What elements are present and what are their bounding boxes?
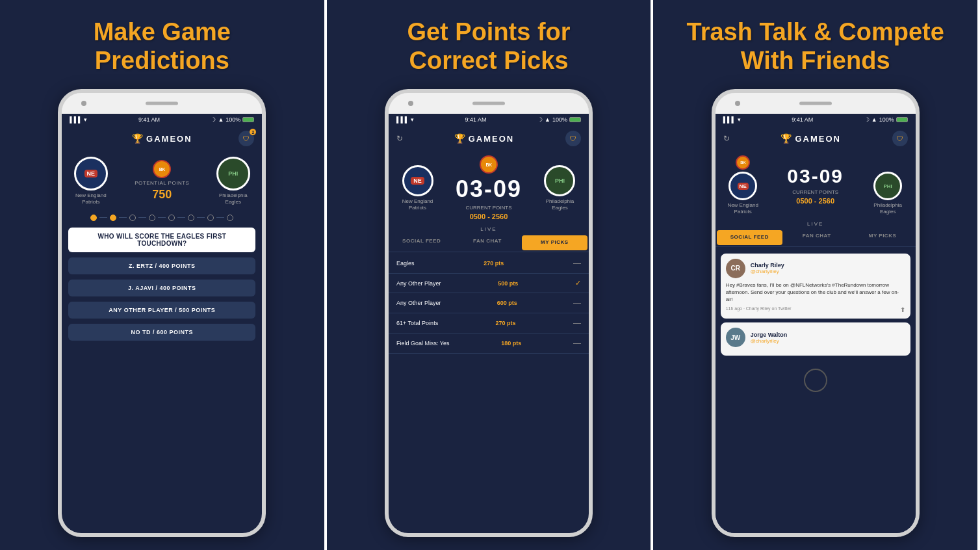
post-1: CR Charly Riley @charlyriley Hey #Braves…	[721, 254, 910, 319]
battery-icon-1	[242, 117, 254, 122]
status-time-3: 9:41 AM	[792, 116, 813, 123]
app-logo-1: 🏆 GAMEON	[132, 133, 192, 144]
status-time-2: 9:41 AM	[465, 116, 487, 123]
screen-3: ↻ 🏆 GAMEON 🛡 BK NE New England Patriots	[716, 125, 916, 533]
dots-line-4	[158, 217, 166, 218]
post-2-name: Jorge Walton	[751, 332, 788, 338]
battery-icon-3	[896, 117, 908, 122]
post-2-handle: @charlyriley	[751, 338, 788, 344]
battery-text-2: 100%	[552, 116, 567, 123]
dot-4[interactable]	[149, 215, 155, 221]
tab-my-picks-3[interactable]: MY PICKS	[849, 229, 915, 246]
status-battery-1: ☽ ▲ 100%	[211, 116, 254, 123]
pick-label-1: Eagles	[396, 260, 415, 267]
share-icon-1[interactable]: ⬆	[900, 306, 905, 313]
pick-label-3: Any Other Player	[396, 300, 441, 306]
score-2: 03-09	[456, 176, 522, 203]
picks-list-2: Eagles 270 pts — Any Other Player 500 pt…	[389, 254, 589, 533]
tab-fan-chat-3[interactable]: FAN CHAT	[784, 229, 849, 246]
trophy-icon-2: 🏆	[454, 133, 465, 144]
social-feed-3: CR Charly Riley @charlyriley Hey #Braves…	[716, 248, 916, 533]
team2-circle-1: PHI	[216, 157, 250, 190]
team2-circle-2: PHI	[544, 165, 575, 196]
phone-top-bar-1	[62, 93, 262, 114]
status-signal-3: ▌▌▌ ▾	[723, 116, 741, 123]
panel2-title: Get Points forCorrect Picks	[407, 18, 570, 75]
notification-icon-2[interactable]: 🛡	[565, 131, 581, 146]
phone-camera-3	[735, 101, 740, 106]
tabs-bar-2: SOCIAL FEED FAN CHAT MY PICKS	[389, 234, 589, 252]
status-signal-2: ▌▌▌ ▾	[396, 116, 414, 123]
matchup-section-2: NE New England Patriots BK 03-09 CURRENT…	[389, 151, 589, 224]
phone-speaker-2	[472, 102, 505, 105]
answer-3[interactable]: ANY OTHER PLAYER / 500 POINTS	[68, 302, 255, 319]
tab-social-feed-2[interactable]: SOCIAL FEED	[389, 234, 454, 252]
refresh-icon-2[interactable]: ↻	[396, 134, 403, 143]
question-card-1: WHO WILL SCORE THE EAGLES FIRST TOUCHDOW…	[68, 228, 255, 252]
points-value-1: 750	[152, 188, 172, 202]
dots-line-2	[119, 217, 127, 218]
app-header-2: ↻ 🏆 GAMEON 🛡	[389, 125, 589, 151]
tab-my-picks-2[interactable]: MY PICKS	[522, 235, 587, 250]
team2-name-3: Philadelphia Eagles	[867, 202, 909, 215]
notification-icon-1[interactable]: 🛡 2	[239, 131, 254, 146]
dot-3[interactable]	[129, 215, 136, 221]
phone-1: ▌▌▌ ▾ 9:41 AM ☽ ▲ 100% 🏆 GAMEON 🛡	[58, 89, 266, 537]
notification-badge-1: 2	[250, 129, 256, 135]
current-pts-value-3: 0500 - 2560	[796, 197, 834, 205]
post-1-body: Hey #Braves fans, I'll be on @NFLNetwork…	[726, 282, 905, 304]
pick-row-3: Any Other Player 600 pts —	[389, 293, 589, 313]
status-battery-3: ☽ ▲ 100%	[864, 116, 908, 123]
refresh-icon-3[interactable]: ↻	[723, 134, 730, 143]
shield-icon-3: 🛡	[897, 135, 903, 142]
team1-circle-1: NE	[74, 157, 108, 190]
tab-fan-chat-2[interactable]: FAN CHAT	[454, 234, 520, 252]
pick-row-1: Eagles 270 pts —	[389, 254, 589, 274]
tab-social-feed-3[interactable]: SOCIAL FEED	[717, 230, 782, 245]
tabs-bar-3: SOCIAL FEED FAN CHAT MY PICKS	[716, 229, 916, 247]
pick-row-5: Field Goal Miss: Yes 180 pts —	[389, 334, 589, 354]
signal-bars-3: ▌▌▌	[723, 116, 736, 123]
dot-1-active[interactable]	[90, 215, 97, 221]
post-2-info: Jorge Walton @charlyriley	[751, 332, 788, 344]
pick-pts-4: 270 pts	[496, 320, 516, 326]
panel1-title: Make GamePredictions	[94, 18, 231, 75]
home-button-area	[716, 369, 916, 392]
dot-5[interactable]	[168, 215, 175, 221]
answer-4[interactable]: NO TD / 600 POINTS	[68, 324, 255, 341]
dots-line-6	[197, 217, 205, 218]
current-pts-label-2: CURRENT POINTS	[466, 205, 512, 211]
pick-row-4: 61+ Total Points 270 pts —	[389, 313, 589, 334]
phone-top-bar-3	[716, 93, 916, 114]
dots-line-5	[177, 217, 185, 218]
app-header-1: 🏆 GAMEON 🛡 2	[62, 125, 262, 151]
post-2: JW Jorge Walton @charlyriley	[721, 322, 910, 356]
current-pts-value-2: 0500 - 2560	[470, 213, 508, 220]
answer-1[interactable]: Z. ERTZ / 400 POINTS	[68, 257, 255, 274]
signal-bars-1: ▌▌▌	[70, 116, 82, 123]
team1-name-1: New England Patriots	[70, 192, 112, 205]
post-1-header: CR Charly Riley @charlyriley	[726, 259, 905, 278]
bk-sponsor-2: BK	[480, 155, 498, 174]
dot-8[interactable]	[227, 215, 233, 221]
home-button-3[interactable]	[804, 369, 827, 392]
panel-social: Trash Talk & CompeteWith Friends ▌▌▌ ▾ 9…	[653, 0, 980, 550]
notification-icon-3[interactable]: 🛡	[892, 131, 908, 146]
pick-pts-2: 500 pts	[498, 280, 518, 287]
panel-predictions: Make GamePredictions ▌▌▌ ▾ 9:41 AM ☽ ▲ 1…	[0, 0, 327, 550]
dot-2[interactable]	[110, 215, 116, 221]
score-3: 03-09	[787, 165, 844, 187]
battery-text-3: 100%	[879, 116, 894, 123]
post-1-handle: @charlyriley	[751, 268, 784, 274]
answer-2[interactable]: J. AJAVI / 400 POINTS	[68, 280, 255, 296]
live-badge-3: LIVE	[716, 219, 916, 229]
phone-speaker-3	[799, 102, 832, 105]
wifi-icon-2: ▾	[411, 116, 414, 123]
moon-icon-1: ☽	[211, 116, 216, 123]
status-signal-1: ▌▌▌ ▾	[70, 116, 87, 123]
pick-label-4: 61+ Total Points	[396, 320, 438, 326]
dot-7[interactable]	[207, 215, 214, 221]
dot-6[interactable]	[188, 215, 194, 221]
dots-line-1	[99, 217, 107, 218]
matchup-center-2: BK 03-09 CURRENT POINTS 0500 - 2560	[456, 155, 522, 220]
